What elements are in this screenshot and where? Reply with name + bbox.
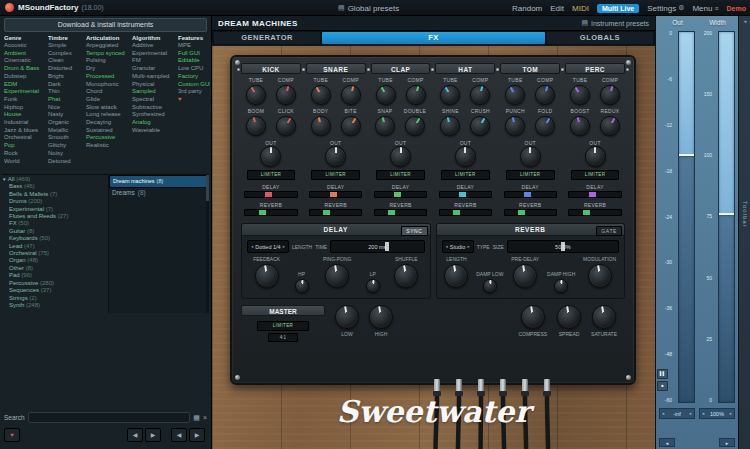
out-value-box[interactable]: ◂ -inf ▸ — [659, 408, 695, 419]
tag-item[interactable]: Percussive — [86, 134, 132, 142]
instrument-row[interactable]: Dreams (8) — [109, 188, 209, 197]
tag-item[interactable]: Dark — [48, 81, 86, 89]
spread-knob[interactable] — [557, 305, 581, 329]
prev-button[interactable]: ◀ — [127, 428, 143, 442]
tag-item[interactable]: Dubstep — [4, 73, 48, 81]
out-knob[interactable] — [520, 146, 541, 167]
clear-search-icon[interactable]: × — [203, 414, 207, 421]
tag-item[interactable]: Subtractive — [132, 104, 178, 112]
out-knob[interactable] — [455, 146, 476, 167]
comp-knob[interactable] — [406, 85, 426, 105]
tag-item[interactable]: Factory — [178, 73, 210, 81]
limiter-badge[interactable]: LIMITER — [311, 170, 360, 180]
reverb-size-slider[interactable]: 50.0% — [507, 240, 619, 253]
tag-item[interactable]: Synthesized — [132, 111, 178, 119]
tab-fx[interactable]: FX — [322, 32, 545, 44]
gate-button[interactable]: GATE — [596, 226, 622, 236]
tab-generator[interactable]: GENERATOR — [214, 32, 320, 44]
limiter-badge[interactable]: LIMITER — [441, 170, 490, 180]
tag-item[interactable]: MPE — [178, 42, 210, 50]
tube-knob[interactable] — [505, 85, 525, 105]
tree-item[interactable]: Bass (46) — [2, 183, 108, 190]
character-knob-1[interactable] — [375, 116, 395, 136]
reverb-send-slider[interactable] — [504, 209, 557, 216]
delay-send-slider[interactable] — [568, 191, 621, 198]
stop-icon[interactable]: ■ — [657, 381, 668, 391]
tag-item[interactable]: Dry — [86, 65, 132, 73]
tag-item[interactable]: Glitchy — [48, 142, 86, 150]
search-input[interactable] — [28, 412, 191, 423]
tube-knob[interactable] — [246, 85, 266, 105]
menu-button[interactable]: Menu ≡ — [692, 4, 718, 13]
channel-header[interactable]: HAT — [435, 63, 495, 74]
tag-item[interactable]: 3rd party — [178, 88, 210, 96]
tag-item[interactable]: Ambient — [4, 50, 48, 58]
hp-knob[interactable] — [295, 279, 309, 293]
saturate-knob[interactable] — [592, 305, 616, 329]
character-knob-1[interactable] — [570, 116, 590, 136]
tag-item[interactable]: Tempo synced — [86, 50, 132, 58]
tag-item[interactable]: Drum & Bass — [4, 65, 48, 73]
tag-item[interactable]: Simple — [48, 42, 86, 50]
next-icon[interactable]: ▸ — [719, 438, 735, 447]
limiter-badge[interactable]: LIMITER — [506, 170, 555, 180]
comp-knob[interactable] — [341, 85, 361, 105]
tree-item[interactable]: Percussive (280) — [2, 280, 108, 287]
tag-item[interactable]: Nice — [48, 104, 86, 112]
tag-item[interactable]: Thin — [48, 88, 86, 96]
channel-header[interactable]: CLAP — [371, 63, 431, 74]
tag-item[interactable]: Processed — [86, 73, 132, 81]
out-slider[interactable] — [678, 31, 695, 403]
feedback-knob[interactable] — [255, 264, 279, 288]
random-button[interactable]: Random — [512, 4, 542, 13]
next-page-button[interactable]: ▶ — [189, 428, 205, 442]
predelay-knob[interactable] — [513, 264, 537, 288]
tag-item[interactable]: Funk — [4, 96, 48, 104]
tag-item[interactable]: Additive — [132, 42, 178, 50]
tag-item[interactable]: Multi-sampled — [132, 73, 178, 81]
settings-button[interactable]: Settings ⚙ — [647, 4, 684, 13]
delay-division-selector[interactable]: ◂ Dotted 1/4 ▸ — [247, 240, 289, 253]
out-knob[interactable] — [585, 146, 606, 167]
lp-knob[interactable] — [366, 279, 380, 293]
tag-item[interactable]: Phat — [48, 96, 86, 104]
tree-item[interactable]: Sequences (37) — [2, 287, 108, 294]
character-knob-2[interactable] — [470, 116, 490, 136]
tag-item[interactable]: Chord — [86, 88, 132, 96]
tag-item[interactable]: Slow attack — [86, 104, 132, 112]
tag-item[interactable]: Monophonic — [86, 81, 132, 89]
tree-item[interactable]: Lead (47) — [2, 243, 108, 250]
tag-item[interactable]: Pulsing — [86, 57, 132, 65]
tag-item[interactable]: Cinematic — [4, 57, 48, 65]
character-knob-2[interactable] — [535, 116, 555, 136]
character-knob-2[interactable] — [405, 116, 425, 136]
tag-item[interactable]: Smooth — [48, 134, 86, 142]
tag-item[interactable]: Distorted — [48, 65, 86, 73]
increment-icon[interactable]: ▸ — [690, 411, 692, 416]
tree-item[interactable]: All (469) — [2, 176, 108, 183]
tube-knob[interactable] — [376, 85, 396, 105]
tag-item[interactable]: Experimental — [4, 88, 48, 96]
pause-icon[interactable]: ▌▌ — [657, 369, 668, 379]
low-knob[interactable] — [335, 305, 359, 329]
tag-item[interactable]: Hiphop — [4, 104, 48, 112]
tag-item[interactable]: Noisy — [48, 150, 86, 158]
tag-item[interactable]: Realistic — [86, 142, 132, 150]
download-install-button[interactable]: Download & install instruments — [4, 18, 207, 32]
out-knob[interactable] — [390, 146, 411, 167]
tag-item[interactable]: House — [4, 111, 48, 119]
tag-item[interactable]: Pop — [4, 142, 48, 150]
shuffle-knob[interactable] — [394, 264, 418, 288]
limiter-badge[interactable]: LIMITER — [376, 170, 425, 180]
tube-knob[interactable] — [311, 85, 331, 105]
tube-knob[interactable] — [440, 85, 460, 105]
tag-item[interactable]: Physical — [132, 81, 178, 89]
tree-item[interactable]: FX (50) — [2, 220, 108, 227]
delay-time-slider[interactable]: 200 ms — [330, 240, 424, 253]
tag-item[interactable]: Spectral — [132, 96, 178, 104]
tag-item[interactable]: EDM — [4, 81, 48, 89]
tag-item[interactable]: Complex — [48, 50, 86, 58]
tree-item[interactable]: Synth (248) — [2, 302, 108, 309]
character-knob-1[interactable] — [246, 116, 266, 136]
comp-knob[interactable] — [276, 85, 296, 105]
